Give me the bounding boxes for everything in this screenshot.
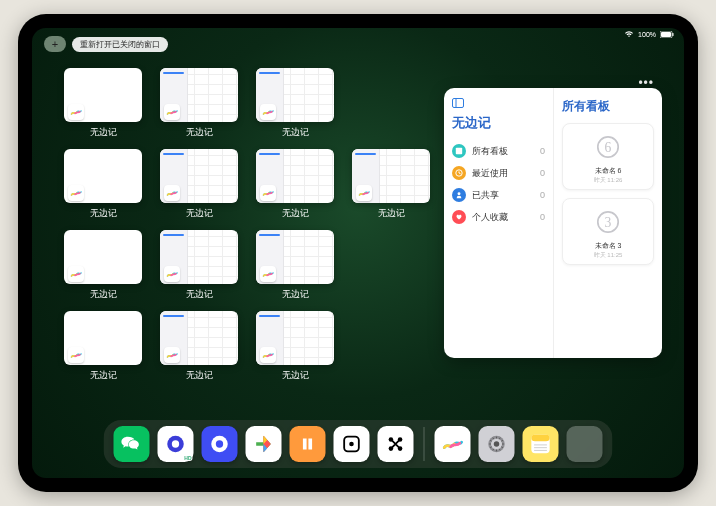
dock-app-quark-hd[interactable]: HD (158, 426, 194, 462)
dock-app-play-video[interactable] (246, 426, 282, 462)
thumbnail-label: 无边记 (378, 207, 405, 220)
plus-icon: + (52, 39, 58, 50)
sidebar-item-list: 所有看板 0 最近使用 0 已共享 0 个人收藏 0 (452, 140, 545, 228)
sidebar-item-icon (452, 166, 466, 180)
new-window-button[interactable]: + (44, 36, 66, 52)
dock-app-quark[interactable] (202, 426, 238, 462)
thumbnail-label: 无边记 (90, 207, 117, 220)
freeform-icon (164, 347, 180, 363)
wifi-icon (624, 30, 634, 39)
thumbnail-label: 无边记 (186, 288, 213, 301)
sidebar-toggle-icon[interactable] (452, 98, 545, 108)
thumbnail-label: 无边记 (90, 126, 117, 139)
thumbnail-label: 无边记 (282, 369, 309, 382)
dock-app-connect-dots[interactable] (378, 426, 414, 462)
window-thumbnail[interactable]: 无边记 (62, 311, 144, 382)
dock-separator (424, 427, 425, 461)
thumbnail-label: 无边记 (282, 207, 309, 220)
window-thumbnail[interactable]: 无边记 (158, 149, 240, 220)
board-list: 6 未命名 6 昨天 11:26 3 未命名 3 昨天 11:25 (562, 123, 654, 273)
freeform-icon (68, 104, 84, 120)
board-timestamp: 昨天 11:25 (594, 251, 623, 260)
board-card[interactable]: 6 未命名 6 昨天 11:26 (562, 123, 654, 190)
thumbnail-preview (256, 230, 334, 284)
thumbnail-label: 无边记 (186, 126, 213, 139)
thumbnail-label: 无边记 (282, 126, 309, 139)
sidebar-item[interactable]: 最近使用 0 (452, 162, 545, 184)
window-thumbnail[interactable]: 无边记 (62, 230, 144, 301)
svg-rect-5 (456, 148, 462, 154)
thumbnail-preview (64, 230, 142, 284)
panel-sidebar: 无边记 所有看板 0 最近使用 0 已共享 0 个人收藏 0 (444, 88, 554, 358)
screen: 100% + 重新打开已关闭的窗口 无边记 (32, 28, 684, 478)
freeform-main-panel[interactable]: 无边记 所有看板 0 最近使用 0 已共享 0 个人收藏 0 所有看板 6 未命… (444, 88, 662, 358)
window-thumbnail-grid: 无边记 无边记 无边记 无边记 (62, 68, 432, 382)
dock-recent-notes[interactable] (523, 426, 559, 462)
battery-icon (660, 31, 674, 39)
sidebar-item-label: 已共享 (472, 189, 499, 202)
window-thumbnail[interactable]: 无边记 (350, 149, 432, 220)
panel-right-title: 所有看板 (562, 98, 654, 115)
thumbnail-label: 无边记 (282, 288, 309, 301)
dock-app-books[interactable] (290, 426, 326, 462)
dock: HD (104, 420, 613, 468)
dock-recent-folder[interactable] (567, 426, 603, 462)
sidebar-item-count: 0 (540, 146, 545, 156)
freeform-icon (164, 104, 180, 120)
sidebar-item-label: 个人收藏 (472, 211, 508, 224)
dock-app-dice[interactable] (334, 426, 370, 462)
dock-recent-freeform[interactable] (435, 426, 471, 462)
freeform-icon (68, 266, 84, 282)
freeform-icon (356, 185, 372, 201)
thumbnail-preview (160, 68, 238, 122)
freeform-icon (164, 185, 180, 201)
thumbnail-label: 无边记 (186, 207, 213, 220)
sidebar-item[interactable]: 已共享 0 (452, 184, 545, 206)
svg-rect-3 (453, 99, 464, 108)
thumbnail-preview (256, 311, 334, 365)
window-thumbnail[interactable]: 无边记 (254, 68, 336, 139)
freeform-icon (68, 347, 84, 363)
svg-point-7 (458, 192, 461, 195)
freeform-icon (260, 347, 276, 363)
svg-rect-2 (672, 33, 673, 36)
svg-text:6: 6 (605, 140, 612, 155)
window-thumbnail[interactable]: 无边记 (158, 68, 240, 139)
panel-main: 所有看板 6 未命名 6 昨天 11:26 3 未命名 3 昨天 11:25 (554, 88, 662, 358)
thumbnail-label: 无边记 (90, 369, 117, 382)
board-timestamp: 昨天 11:26 (594, 176, 623, 185)
freeform-icon (164, 266, 180, 282)
thumbnail-label: 无边记 (186, 369, 213, 382)
window-thumbnail[interactable]: 无边记 (254, 149, 336, 220)
sidebar-item[interactable]: 所有看板 0 (452, 140, 545, 162)
sidebar-item-count: 0 (540, 190, 545, 200)
thumbnail-preview (256, 68, 334, 122)
freeform-icon (260, 104, 276, 120)
dock-recent-settings[interactable] (479, 426, 515, 462)
dock-app-wechat[interactable] (114, 426, 150, 462)
sidebar-item[interactable]: 个人收藏 0 (452, 206, 545, 228)
sidebar-item-icon (452, 188, 466, 202)
reopen-closed-window-button[interactable]: 重新打开已关闭的窗口 (72, 37, 168, 52)
sidebar-item-count: 0 (540, 212, 545, 222)
window-thumbnail[interactable]: 无边记 (254, 230, 336, 301)
board-card[interactable]: 3 未命名 3 昨天 11:25 (562, 198, 654, 265)
window-thumbnail[interactable]: 无边记 (62, 68, 144, 139)
sidebar-item-icon (452, 144, 466, 158)
svg-text:3: 3 (605, 215, 612, 230)
svg-rect-16 (299, 436, 316, 453)
svg-rect-39 (531, 435, 549, 441)
reopen-label: 重新打开已关闭的窗口 (80, 40, 160, 49)
window-thumbnail[interactable]: 无边记 (62, 149, 144, 220)
thumbnail-label: 无边记 (90, 288, 117, 301)
board-scribble-icon: 3 (591, 205, 625, 239)
window-thumbnail[interactable]: 无边记 (254, 311, 336, 382)
panel-left-title: 无边记 (452, 114, 545, 132)
svg-point-13 (172, 440, 179, 447)
window-thumbnail[interactable]: 无边记 (158, 311, 240, 382)
window-thumbnail[interactable]: 无边记 (158, 230, 240, 301)
svg-point-25 (494, 441, 500, 447)
board-name: 未命名 6 (595, 166, 622, 176)
board-name: 未命名 3 (595, 241, 622, 251)
thumbnail-preview (64, 311, 142, 365)
